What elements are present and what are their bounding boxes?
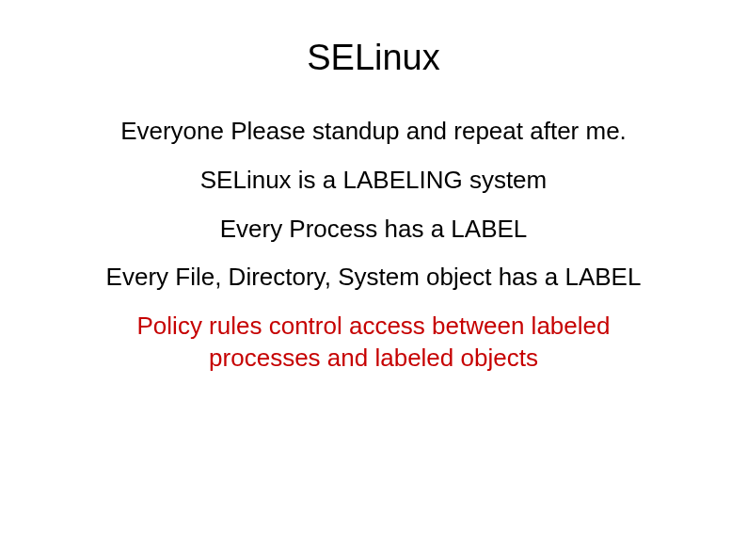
- slide-title: SELinux: [307, 38, 440, 78]
- content-line-3: Every Process has a LABEL: [220, 214, 528, 246]
- slide-container: SELinux Everyone Please standup and repe…: [38, 28, 709, 532]
- content-line-2: SELinux is a LABELING system: [200, 165, 547, 197]
- slide-content: Everyone Please standup and repeat after…: [82, 116, 665, 375]
- content-line-5: Policy rules control access between labe…: [82, 311, 665, 375]
- content-line-4: Every File, Directory, System object has…: [106, 262, 642, 294]
- content-line-1: Everyone Please standup and repeat after…: [120, 116, 627, 148]
